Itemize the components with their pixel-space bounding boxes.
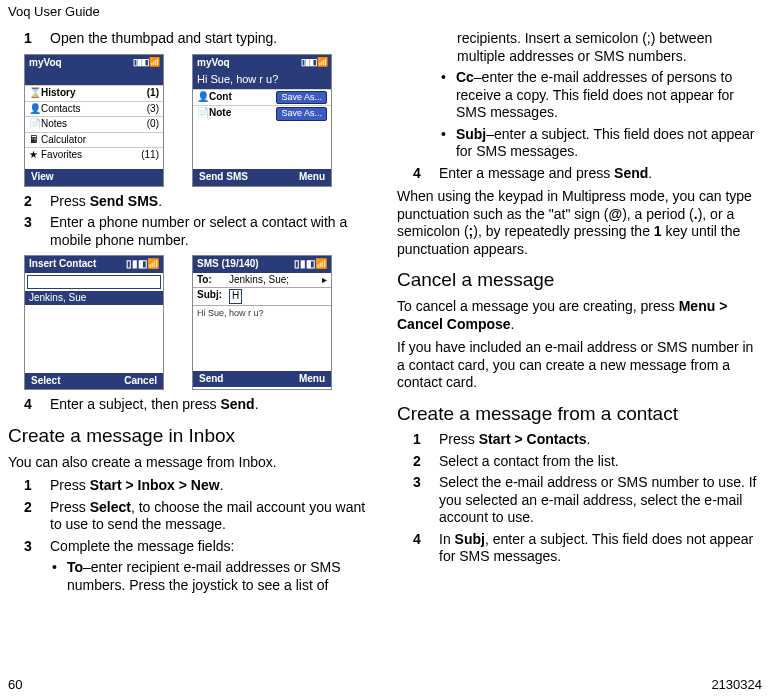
- contact-step-3: 3 Select the e-mail address or SMS numbe…: [413, 474, 762, 527]
- bullet-subj: • Subj–enter a subject. This field does …: [441, 126, 762, 161]
- chevron-right-icon: ▸: [322, 274, 327, 287]
- step-text: In Subj, enter a subject. This field doe…: [439, 531, 762, 566]
- row-label: Cont: [209, 91, 232, 102]
- columns: 1 Open the thumbpad and start typing. my…: [0, 22, 770, 672]
- step-1: 1 Open the thumbpad and start typing.: [24, 30, 373, 48]
- softkey-right: Menu: [299, 373, 325, 386]
- softkey-left: Select: [31, 375, 60, 388]
- to-label: To:: [197, 274, 225, 287]
- txt: .: [220, 477, 224, 493]
- txt: , enter a subject. This field does not a…: [439, 531, 753, 565]
- phone-myvoq-compose: myVoq▯▮◧📶 Hi Sue, how r u? 👤ContSave As.…: [192, 54, 332, 187]
- step-num: 3: [413, 474, 427, 527]
- txt: ), by repeatedly pressing the: [473, 223, 654, 239]
- heading-create-inbox: Create a message in Inbox: [8, 424, 373, 448]
- phone-insert-contact: Insert Contact▯▮◧📶 Jenkins, Sue SelectCa…: [24, 255, 164, 390]
- step-num: 4: [413, 165, 427, 183]
- bold-term: Send SMS: [90, 193, 158, 209]
- row-val: (0): [147, 118, 159, 131]
- page-number: 60: [8, 677, 22, 693]
- bullet-text: Subj–enter a subject. This field does no…: [456, 126, 762, 161]
- paragraph: If you have included an e-mail address o…: [397, 339, 762, 392]
- step-num: 3: [24, 538, 38, 556]
- row-val: (3): [147, 103, 159, 116]
- step-2: 2 Press Send SMS.: [24, 193, 373, 211]
- txt: Enter a message and press: [439, 165, 614, 181]
- txt: Press: [50, 499, 90, 515]
- txt: .: [255, 396, 259, 412]
- subj-label: Subj:: [197, 289, 225, 304]
- txt: To cancel a message you are creating, pr…: [397, 298, 679, 314]
- softkey-right: Menu: [299, 171, 325, 184]
- bullet-to: • To–enter recipient e-mail addresses or…: [52, 559, 373, 594]
- doc-id: 2130324: [711, 677, 762, 693]
- phone-title: Insert Contact: [29, 258, 96, 271]
- step-4: 4 Enter a subject, then press Send.: [24, 396, 373, 414]
- txt: .: [158, 193, 162, 209]
- signal-icon: ▯▮◧📶: [294, 258, 327, 271]
- step-text: Press Select, to choose the mail account…: [50, 499, 373, 534]
- bold-term: Start > Inbox > New: [90, 477, 220, 493]
- txt: Enter a subject, then press: [50, 396, 220, 412]
- softkey-right: Cancel: [124, 375, 157, 388]
- notes-icon: 📄: [29, 118, 41, 131]
- at-sign: @: [609, 206, 623, 222]
- step-text: Select the e-mail address or SMS number …: [439, 474, 762, 527]
- inbox-step-1: 1 Press Start > Inbox > New.: [24, 477, 373, 495]
- contact-selected: Jenkins, Sue: [25, 291, 163, 306]
- step-num: 1: [413, 431, 427, 449]
- screenshot-row-2: Insert Contact▯▮◧📶 Jenkins, Sue SelectCa…: [24, 255, 373, 390]
- signal-icon: ▯▮◧📶: [301, 57, 327, 70]
- step-text: Enter a subject, then press Send.: [50, 396, 259, 414]
- phone-title: myVoq: [29, 57, 62, 70]
- step-text: Open the thumbpad and start typing.: [50, 30, 277, 48]
- step-text: Press Start > Contacts.: [439, 431, 590, 449]
- row-label: Contacts: [41, 103, 80, 114]
- one-key: 1: [654, 223, 662, 239]
- column-left: 1 Open the thumbpad and start typing. my…: [8, 30, 373, 672]
- save-as-button: Save As...: [276, 91, 327, 104]
- txt: –enter a subject. This field does not ap…: [456, 126, 755, 160]
- inbox-step-4: 4 Enter a message and press Send.: [413, 165, 762, 183]
- contacts-icon: 👤: [197, 91, 209, 104]
- txt: ), a period (: [622, 206, 694, 222]
- txt: –enter recipient e-mail addresses or SMS…: [67, 559, 341, 593]
- row-val: (11): [141, 149, 159, 162]
- bullet-cc: • Cc–enter the e-mail addresses of perso…: [441, 69, 762, 122]
- contact-input: [27, 275, 161, 289]
- bullet-continuation: recipients. Insert a semicolon (;) betwe…: [457, 30, 762, 65]
- notes-icon: 📄: [197, 107, 209, 120]
- row-label: Notes: [41, 118, 67, 129]
- screenshot-row-1: myVoq▯▮◧📶 ⌛History(1) 👤Contacts(3) 📄Note…: [24, 54, 373, 187]
- txt: .: [648, 165, 652, 181]
- softkey-left: Send SMS: [199, 171, 248, 184]
- contact-step-2: 2 Select a contact from the list.: [413, 453, 762, 471]
- step-text: Complete the message fields:: [50, 538, 234, 556]
- row-label: Note: [209, 107, 231, 118]
- bold-term: Send: [220, 396, 254, 412]
- step-text: Press Start > Inbox > New.: [50, 477, 224, 495]
- inbox-step-3: 3 Complete the message fields:: [24, 538, 373, 556]
- bold-term: Start > Contacts: [479, 431, 587, 447]
- step-num: 2: [413, 453, 427, 471]
- bullet-dot-icon: •: [441, 69, 446, 122]
- txt: Press: [439, 431, 479, 447]
- bullet-text: Cc–enter the e-mail addresses of persons…: [456, 69, 762, 122]
- contacts-icon: 👤: [29, 103, 41, 116]
- step-num: 1: [24, 30, 38, 48]
- subj-value: H: [229, 289, 242, 304]
- bold-term: To: [67, 559, 83, 575]
- txt: .: [586, 431, 590, 447]
- paragraph: You can also create a message from Inbox…: [8, 454, 373, 472]
- step-text: Select a contact from the list.: [439, 453, 619, 471]
- contact-step-4: 4 In Subj, enter a subject. This field d…: [413, 531, 762, 566]
- step-3: 3 Enter a phone number or select a conta…: [24, 214, 373, 249]
- bullet-dot-icon: •: [441, 126, 446, 161]
- step-num: 4: [24, 396, 38, 414]
- calculator-icon: 🖩: [29, 134, 41, 147]
- txt: Press: [50, 193, 90, 209]
- bold-term: Select: [90, 499, 131, 515]
- bullet-text: To–enter recipient e-mail addresses or S…: [67, 559, 373, 594]
- signal-icon: ▯▮◧📶: [133, 57, 159, 70]
- bold-term: Send: [614, 165, 648, 181]
